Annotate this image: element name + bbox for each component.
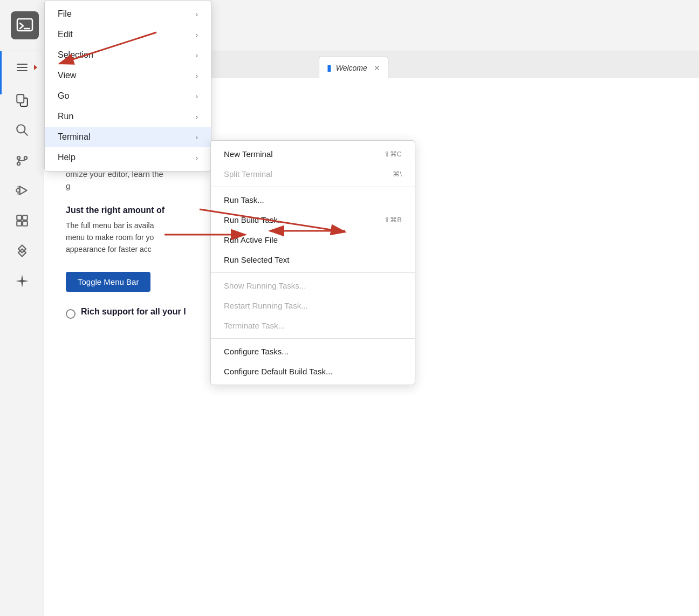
source-control-icon xyxy=(15,153,29,167)
menu-item-terminal[interactable]: Terminal › xyxy=(45,127,211,147)
activity-item-extensions[interactable] xyxy=(8,207,36,235)
activity-item-search[interactable] xyxy=(8,116,36,144)
chevron-right-icon: › xyxy=(196,113,198,121)
svg-rect-18 xyxy=(23,215,28,220)
go-label: Go xyxy=(58,91,69,101)
run-active-file-label: Run Active File xyxy=(224,235,278,244)
submenu-show-running-tasks: Show Running Tasks... xyxy=(211,276,415,296)
submenu-terminate-task: Terminate Task... xyxy=(211,316,415,336)
restart-running-task-label: Restart Running Task... xyxy=(224,301,308,310)
activity-item-run-debug[interactable] xyxy=(8,176,36,204)
split-terminal-label: Split Terminal xyxy=(224,169,272,179)
submenu-configure-default-build[interactable]: Configure Default Build Task... xyxy=(211,361,415,381)
terminal-label: Terminal xyxy=(58,132,90,142)
menu-item-view[interactable]: View › xyxy=(45,65,211,86)
new-terminal-shortcut: ⇧⌘C xyxy=(384,150,402,158)
menu-item-run[interactable]: Run › xyxy=(45,106,211,127)
tab-icon: ▮ xyxy=(327,63,332,73)
tab-close-button[interactable]: ✕ xyxy=(374,64,380,72)
configure-tasks-label: Configure Tasks... xyxy=(224,347,289,356)
svg-point-14 xyxy=(16,189,20,193)
hamburger-icon xyxy=(16,61,29,74)
extensions-icon xyxy=(15,214,29,228)
terminal-submenu: New Terminal ⇧⌘C Split Terminal ⌘\ Run T… xyxy=(210,140,415,385)
submenu-restart-running-task: Restart Running Task... xyxy=(211,296,415,316)
svg-point-10 xyxy=(24,156,26,159)
svg-rect-19 xyxy=(17,221,22,226)
cloud-diamond-icon xyxy=(15,243,30,258)
svg-point-11 xyxy=(17,162,19,165)
run-task-label: Run Task... xyxy=(224,195,264,204)
submenu-divider-2 xyxy=(211,272,415,273)
svg-rect-6 xyxy=(17,94,24,102)
selection-label: Selection xyxy=(58,50,93,60)
tab-label: Welcome xyxy=(336,64,367,72)
radio-button[interactable] xyxy=(66,309,76,319)
chevron-right-icon: › xyxy=(196,133,198,141)
submenu-run-task[interactable]: Run Task... xyxy=(211,190,415,210)
svg-point-9 xyxy=(17,156,19,159)
main-layout: ··· ▮ Welcome ✕ ‹ Go Back t Started with… xyxy=(0,51,699,616)
terminal-icon xyxy=(16,17,33,34)
section2-title: Rich support for all your l xyxy=(81,307,186,317)
svg-rect-20 xyxy=(23,221,28,226)
activity-item-explorer[interactable] xyxy=(8,86,36,114)
chevron-right-icon: › xyxy=(196,10,198,18)
activity-bar xyxy=(0,51,44,616)
edit-label: Edit xyxy=(58,30,73,39)
svg-marker-13 xyxy=(19,186,26,194)
hamburger-button[interactable] xyxy=(8,56,36,79)
app-icon xyxy=(11,11,39,39)
chevron-right-icon: › xyxy=(196,51,198,59)
split-terminal-shortcut: ⌘\ xyxy=(393,170,402,178)
menu-item-selection[interactable]: Selection › xyxy=(45,45,211,65)
welcome-tab[interactable]: ▮ Welcome ✕ xyxy=(319,57,388,78)
submenu-new-terminal[interactable]: New Terminal ⇧⌘C xyxy=(211,144,415,164)
activity-item-gemini[interactable] xyxy=(8,267,36,295)
run-build-task-shortcut: ⇧⌘B xyxy=(384,216,402,224)
menu-item-edit[interactable]: Edit › xyxy=(45,24,211,45)
file-label: File xyxy=(58,9,72,19)
configure-default-build-label: Configure Default Build Task... xyxy=(224,367,333,376)
run-label: Run xyxy=(58,112,73,121)
submenu-run-selected-text[interactable]: Run Selected Text xyxy=(211,250,415,270)
show-running-tasks-label: Show Running Tasks... xyxy=(224,281,306,290)
toggle-menu-bar-button[interactable]: Toggle Menu Bar xyxy=(66,272,150,292)
run-debug-icon xyxy=(15,183,29,197)
run-selected-text-label: Run Selected Text xyxy=(224,255,289,264)
chevron-right-icon: › xyxy=(196,92,198,100)
activity-item-source-control[interactable] xyxy=(8,146,36,174)
svg-line-8 xyxy=(24,132,27,135)
submenu-run-active-file[interactable]: Run Active File xyxy=(211,230,415,250)
view-label: View xyxy=(58,71,76,80)
chevron-right-icon: › xyxy=(196,31,198,39)
submenu-run-build-task[interactable]: Run Build Task... ⇧⌘B xyxy=(211,210,415,230)
submenu-configure-tasks[interactable]: Configure Tasks... xyxy=(211,341,415,361)
help-label: Help xyxy=(58,153,76,162)
submenu-divider-3 xyxy=(211,338,415,339)
primary-menu: File › Edit › Selection › View › Go › Ru… xyxy=(44,0,211,172)
chevron-right-icon: › xyxy=(196,72,198,80)
submenu-split-terminal: Split Terminal ⌘\ xyxy=(211,164,415,184)
run-build-task-label: Run Build Task... xyxy=(224,215,284,224)
chevron-right-icon: › xyxy=(196,154,198,162)
menu-item-file[interactable]: File › xyxy=(45,4,211,24)
activity-item-cloud[interactable] xyxy=(8,237,36,265)
menu-item-go[interactable]: Go › xyxy=(45,86,211,106)
submenu-divider-1 xyxy=(211,187,415,187)
terminate-task-label: Terminate Task... xyxy=(224,321,285,330)
menu-bar-overlay: File › Edit › Selection › View › Go › Ru… xyxy=(44,0,211,172)
search-icon xyxy=(15,123,29,137)
gemini-icon xyxy=(15,273,30,289)
svg-rect-17 xyxy=(17,215,22,220)
copy-icon xyxy=(15,93,29,107)
new-terminal-label: New Terminal xyxy=(224,149,273,159)
menu-item-help[interactable]: Help › xyxy=(45,147,211,168)
